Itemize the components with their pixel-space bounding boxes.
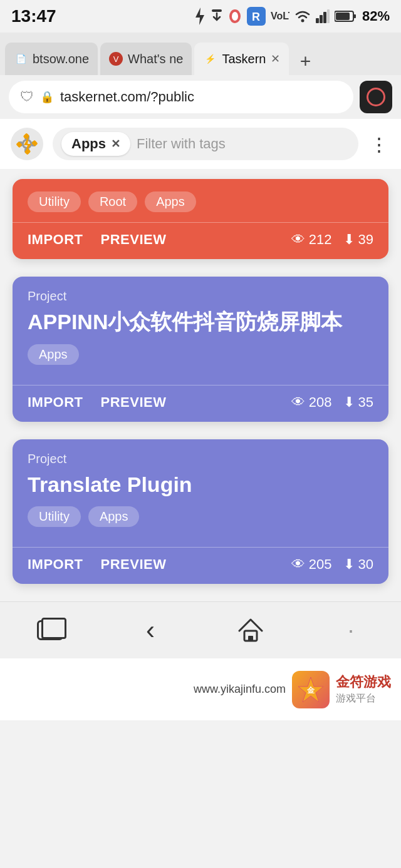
card-appinn-body: Project APPINN小众软件抖音防烧屏脚本 Apps xyxy=(13,277,388,385)
card-translate-import[interactable]: IMPORT xyxy=(28,556,83,573)
card-appinn-stats: 👁 208 ⬇ 35 xyxy=(291,394,373,411)
tab-label-whats: What's ne xyxy=(128,52,183,66)
card-translate-title: Translate Plugin xyxy=(28,471,373,498)
app-logo xyxy=(10,127,44,161)
card-translate-divider xyxy=(13,547,388,548)
import-button[interactable]: IMPORT xyxy=(28,232,83,248)
card-appinn-preview[interactable]: PREVIEW xyxy=(101,394,167,411)
gear-icon xyxy=(10,127,44,161)
card-appinn-tag-apps[interactable]: Apps xyxy=(28,344,79,365)
ad-brand-name: 金符游戏 xyxy=(336,673,391,692)
tab-taskernet[interactable]: ⚡ Taskern ✕ xyxy=(194,43,289,75)
ad-logo: 金 xyxy=(292,671,330,708)
vivaldi-button[interactable] xyxy=(360,81,392,113)
search-row: Apps ✕ Filter with tags ⋮ xyxy=(0,119,401,169)
card-translate-downloads-count: 30 xyxy=(358,556,373,573)
browser-tabs: 📄 btsow.one V What's ne ⚡ Taskern ✕ + xyxy=(0,33,401,75)
tab-close-taskernet[interactable]: ✕ xyxy=(271,52,280,66)
card-tag-root[interactable]: Root xyxy=(88,191,137,212)
svg-point-3 xyxy=(232,12,238,21)
status-time: 13:47 xyxy=(11,6,56,26)
card-appinn-downloads: ⬇ 35 xyxy=(343,394,373,411)
new-tab-button[interactable]: + xyxy=(291,48,319,75)
bottom-nav: ‹ · xyxy=(0,601,401,658)
svg-rect-13 xyxy=(353,14,356,18)
shield-icon: 🛡 xyxy=(20,89,34,105)
network-indicator: VoLTE xyxy=(271,7,289,26)
tab-switcher-icon xyxy=(37,620,63,640)
more-options-button[interactable]: ⋮ xyxy=(367,133,391,155)
card-appinn-views: 👁 208 xyxy=(291,394,332,411)
ad-website: www.yikajinfu.com xyxy=(194,682,286,697)
svg-marker-0 xyxy=(195,8,204,25)
svg-text:R: R xyxy=(252,11,260,23)
tag-filter-bar[interactable]: Apps ✕ Filter with tags xyxy=(53,128,358,160)
url-text: taskernet.com/?public xyxy=(60,89,194,105)
wifi-icon xyxy=(294,9,311,23)
download-icon-3: ⬇ xyxy=(343,556,355,573)
views-stat: 👁 212 xyxy=(291,232,332,248)
card-translate-stats: 👁 205 ⬇ 30 xyxy=(291,556,373,573)
eye-icon: 👁 xyxy=(291,232,305,248)
battery-icon xyxy=(335,10,357,23)
apps-tag-label: Apps xyxy=(71,136,106,152)
card-translate-body: Project Translate Plugin Utility Apps xyxy=(13,439,388,548)
tag-chip-remove[interactable]: ✕ xyxy=(111,137,120,151)
address-bar[interactable]: 🛡 🔒 taskernet.com/?public xyxy=(9,81,353,113)
card-appinn-views-count: 208 xyxy=(309,394,332,411)
card-translate-tag-apps[interactable]: Apps xyxy=(88,506,140,527)
ad-banner: www.yikajinfu.com 金 金符游戏 游戏平台 xyxy=(0,658,401,720)
card-stats: 👁 212 ⬇ 39 xyxy=(291,232,373,248)
eye-icon-2: 👁 xyxy=(291,394,305,411)
home-icon xyxy=(238,618,263,642)
cards-area: Utility Root Apps IMPORT PREVIEW 👁 212 ⬇… xyxy=(0,169,401,584)
tab-favicon-btsow: 📄 xyxy=(14,52,28,66)
card-translate-preview[interactable]: PREVIEW xyxy=(101,556,167,573)
card-appinn: Project APPINN小众软件抖音防烧屏脚本 Apps IMPORT PR… xyxy=(13,277,388,422)
battery-percent: 82% xyxy=(362,8,390,24)
card-partial-footer: IMPORT PREVIEW 👁 212 ⬇ 39 xyxy=(13,232,388,259)
svg-text:金: 金 xyxy=(306,686,315,695)
card-translate-views-count: 205 xyxy=(309,556,332,573)
svg-rect-1 xyxy=(212,9,222,12)
card-tag-apps[interactable]: Apps xyxy=(145,191,196,212)
back-button[interactable]: ‹ xyxy=(125,611,175,649)
card-tag-utility[interactable]: Utility xyxy=(28,191,81,212)
svg-rect-11 xyxy=(327,9,330,23)
tab-whats[interactable]: V What's ne xyxy=(100,43,192,75)
svg-rect-9 xyxy=(320,15,323,23)
dot-icon: · xyxy=(348,617,354,643)
vivaldi-icon xyxy=(228,8,242,24)
card-translate: Project Translate Plugin Utility Apps IM… xyxy=(13,439,388,585)
ad-brand-sub: 游戏平台 xyxy=(336,692,391,705)
download-icon-2: ⬇ xyxy=(343,394,355,411)
card-translate-views: 👁 205 xyxy=(291,556,332,573)
tab-switcher-button[interactable] xyxy=(25,611,75,649)
svg-rect-28 xyxy=(248,636,253,641)
card-appinn-downloads-count: 35 xyxy=(358,394,373,411)
tab-favicon-taskernet: ⚡ xyxy=(203,52,217,66)
downloads-stat: ⬇ 39 xyxy=(343,232,373,248)
views-count: 212 xyxy=(309,232,332,248)
card-translate-footer: IMPORT PREVIEW 👁 205 ⬇ 30 xyxy=(13,556,388,584)
card-appinn-type: Project xyxy=(28,289,373,304)
tab-btsow[interactable]: 📄 btsow.one xyxy=(5,43,98,75)
svg-point-7 xyxy=(301,19,304,23)
tab-favicon-whats: V xyxy=(109,52,123,66)
apps-tag-chip[interactable]: Apps ✕ xyxy=(61,132,130,156)
card-partial-tags: Utility Root Apps xyxy=(28,191,373,212)
home-button[interactable] xyxy=(226,611,276,649)
status-icons: R VoLTE 82% xyxy=(194,7,390,26)
card-translate-downloads: ⬇ 30 xyxy=(343,556,373,573)
card-divider xyxy=(13,222,388,223)
card-appinn-tags: Apps xyxy=(28,344,373,365)
lightning-icon xyxy=(194,8,206,25)
preview-button[interactable]: PREVIEW xyxy=(101,232,167,248)
signal-icon xyxy=(316,9,330,23)
ad-url: www.yikajinfu.com xyxy=(194,682,286,697)
eye-icon-3: 👁 xyxy=(291,556,305,573)
address-bar-row: 🛡 🔒 taskernet.com/?public xyxy=(0,75,401,119)
tab-label-taskernet: Taskern xyxy=(222,52,266,66)
card-appinn-import[interactable]: IMPORT xyxy=(28,394,83,411)
card-translate-tag-utility[interactable]: Utility xyxy=(28,506,81,527)
